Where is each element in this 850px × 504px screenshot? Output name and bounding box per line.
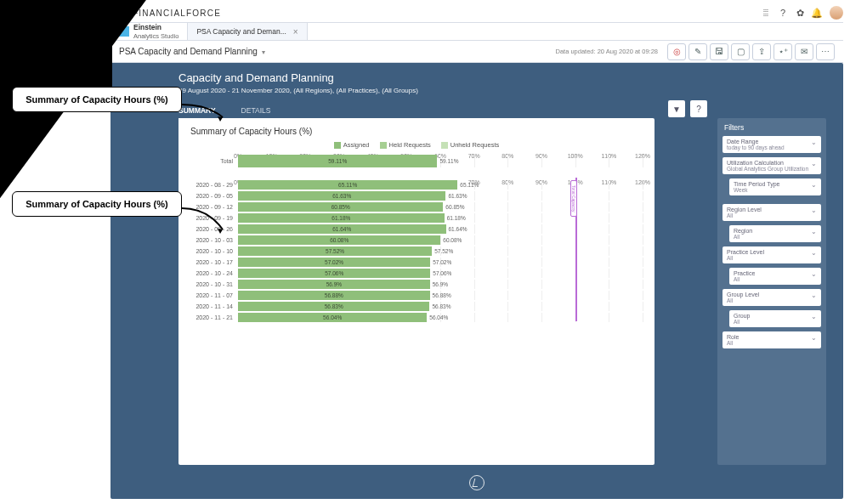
row-label: 2020 - 10 - 31 [190, 281, 238, 287]
chevron-down-icon: ⌄ [811, 292, 817, 299]
bar-value-label: 65.11% [457, 180, 479, 190]
tab-label: PSA Capacity and Deman... [196, 27, 286, 36]
filters-panel: Filters ⌄Date Rangetoday to 90 days ahea… [717, 118, 826, 465]
bar-segment[interactable]: 65.11% [238, 180, 457, 190]
filter-region[interactable]: ⌄RegionAll [729, 225, 821, 242]
chart-row: 2020 - 11 - 1456.83%56.83% [190, 301, 643, 312]
chevron-down-icon: ⌄ [811, 334, 817, 342]
bar-value-label: 60.85% [443, 202, 464, 212]
financialforce-logo-icon [469, 475, 484, 490]
bar-segment[interactable]: 57.06% [238, 269, 430, 278]
filter-time-period-type[interactable]: ⌄Time Period TypeWeek [729, 178, 821, 195]
chart-row: 2020 - 11 - 2156.04%56.04% [190, 312, 643, 323]
tab-psa-capacity[interactable]: PSA Capacity and Deman... × [188, 23, 307, 40]
target-icon[interactable]: ◎ [667, 43, 686, 60]
tab-bar: EinsteinAnalytics Studio PSA Capacity an… [110, 22, 843, 41]
close-icon[interactable]: × [293, 27, 298, 37]
chart-legend: Assigned Held Requests Unheld Requests [190, 141, 643, 149]
save-icon[interactable]: 🖫 [710, 43, 728, 60]
subscribe-icon[interactable]: ⋆⁺ [774, 43, 792, 60]
filter-practice[interactable]: ⌄PracticeAll [729, 268, 821, 285]
row-label: 2020 - 11 - 21 [190, 314, 238, 320]
chart-row: 2020 - 09 - 1961.18%61.18% [190, 212, 643, 224]
row-label: 2020 - 10 - 24 [190, 270, 238, 276]
row-label: 2020 - 10 - 17 [190, 259, 238, 265]
chevron-down-icon: ⌄ [811, 207, 817, 214]
bar-segment[interactable]: 61.64% [238, 224, 446, 234]
bar-segment[interactable]: 57.02% [238, 258, 430, 267]
chart-row: 2020 - 11 - 0756.88%56.88% [190, 290, 643, 301]
bar-segment[interactable]: 61.63% [238, 191, 445, 201]
bar-segment[interactable]: 56.83% [238, 302, 429, 311]
chart-row: 2020 - 10 - 1057.52%57.52% [190, 246, 643, 257]
row-label: 2020 - 10 - 10 [190, 248, 238, 254]
bar-segment[interactable]: 56.04% [238, 313, 427, 322]
filter-utilization-calculation[interactable]: ⌄Utilization CalculationGlobal Analytics… [722, 157, 821, 174]
more-icon[interactable]: ⋯ [816, 43, 835, 60]
filter-date-range[interactable]: ⌄Date Rangetoday to 90 days ahead [722, 136, 821, 153]
bar-segment[interactable]: 60.08% [238, 235, 440, 245]
app-name: Einstein [133, 23, 162, 31]
help-icon[interactable]: ? [777, 7, 789, 19]
bar-segment[interactable]: 57.52% [238, 246, 432, 256]
chart-row: 2020 - 09 - 2661.64%61.64% [190, 224, 643, 235]
dashboard-title: Capacity and Demand Planning [178, 71, 775, 84]
filter-role[interactable]: ⌄RoleAll [722, 331, 821, 348]
chart-row: 2020 - 10 - 2457.06%57.06% [190, 268, 643, 279]
chevron-down-icon: ⌄ [811, 249, 817, 257]
settings-icon[interactable]: ✿ [794, 7, 806, 19]
chart-row: 2020 - 09 - 1260.85%60.85% [190, 201, 643, 212]
bar-segment[interactable]: 59.11% [238, 155, 437, 167]
filter-practice-level[interactable]: ⌄Practice LevelAll [722, 246, 821, 263]
help-icon[interactable]: ? [690, 100, 707, 117]
legend-swatch-unheld [441, 142, 448, 149]
toolbar: PSA Capacity and Demand Planning▾ Data u… [110, 41, 843, 63]
filter-region-level[interactable]: ⌄Region LevelAll [722, 204, 821, 221]
filter-group[interactable]: ⌄GroupAll [729, 310, 821, 327]
bar-value-label: 57.02% [430, 258, 451, 267]
dashboard-subtitle: 29 August 2020 - 21 November 2020, (All … [178, 87, 775, 94]
bar-value-label: 57.52% [432, 246, 453, 256]
notification-icon[interactable]: 🔔 [811, 7, 823, 19]
present-icon[interactable]: ▢ [731, 43, 750, 60]
filter-toggle-icon[interactable]: ▼ [668, 100, 685, 117]
chart-row: 2020 - 10 - 0360.08%60.08% [190, 235, 643, 246]
avatar[interactable] [830, 6, 843, 20]
bar-value-label: 61.18% [445, 213, 466, 223]
app-subtitle: Analytics Studio [133, 32, 178, 40]
main-canvas: Capacity and Demand Planning 29 August 2… [110, 63, 843, 499]
bar-segment[interactable]: 60.85% [238, 202, 443, 212]
page-title[interactable]: PSA Capacity and Demand Planning▾ [119, 47, 265, 56]
chart-card: Summary of Capacity Hours (%) Assigned H… [178, 118, 654, 465]
chevron-down-icon: ⌄ [811, 181, 817, 189]
bar-segment[interactable]: 61.18% [238, 213, 445, 223]
chart-row: 2020 - 10 - 1757.02%57.02% [190, 257, 643, 268]
share-icon[interactable]: ⇪ [752, 43, 771, 60]
bar-value-label: 56.9% [430, 280, 448, 289]
row-total-label: Total [190, 158, 238, 164]
annotation-callout-1: Summary of Capacity Hours (%) [12, 87, 182, 112]
bar-value-label: 59.11% [437, 155, 458, 167]
bar-value-label: 56.83% [429, 302, 450, 311]
chevron-down-icon: ⌄ [811, 139, 817, 146]
filter-group-level[interactable]: ⌄Group LevelAll [722, 289, 821, 306]
bar-value-label: 60.08% [440, 235, 462, 245]
arrow-icon [182, 204, 233, 238]
apps-icon[interactable]: ⦙⦙⦙ [760, 7, 772, 19]
bar-segment[interactable]: 56.9% [238, 280, 430, 289]
data-updated-text: Data updated: 20 Aug 2020 at 09:28 [555, 48, 658, 55]
chevron-down-icon: ⌄ [811, 270, 817, 278]
row-label: 2020 - 08 - 29 [190, 182, 238, 188]
bar-value-label: 61.64% [446, 224, 468, 234]
bar-value-label: 56.88% [430, 291, 451, 300]
bar-segment[interactable]: 56.88% [238, 291, 430, 300]
chevron-down-icon: ⌄ [811, 228, 817, 235]
row-label: 2020 - 11 - 14 [190, 303, 238, 309]
row-label: 2020 - 11 - 07 [190, 292, 238, 298]
annotation-callout-2: Summary of Capacity Hours (%) [12, 191, 182, 217]
chevron-down-icon: ⌄ [811, 160, 817, 167]
legend-swatch-assigned [334, 142, 341, 149]
chat-icon[interactable]: ✉ [795, 43, 813, 60]
edit-icon[interactable]: ✎ [688, 43, 707, 60]
brand-name: FINANCIALFORCE [133, 8, 221, 18]
